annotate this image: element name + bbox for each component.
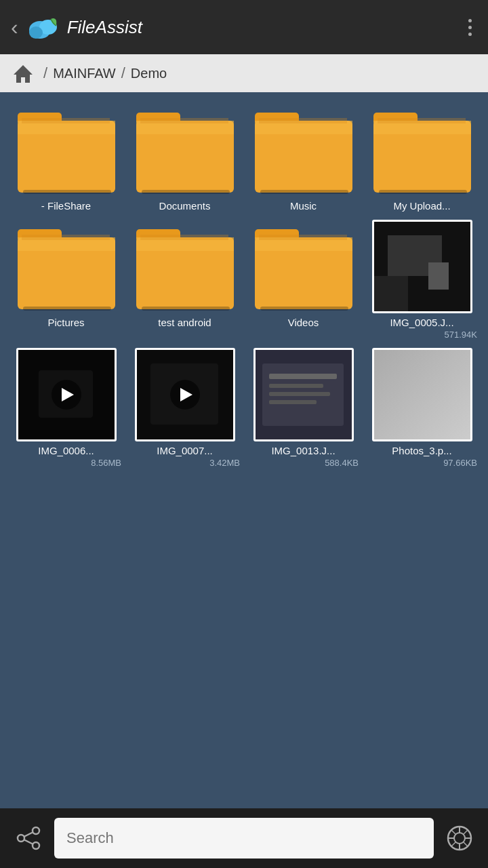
app-name: FileAssist — [67, 17, 142, 38]
logo-area: FileAssist — [26, 9, 142, 45]
svg-rect-41 — [428, 262, 449, 290]
folder-icon — [253, 103, 354, 197]
item-size: 3.42MB — [129, 458, 240, 468]
grid-item-videos[interactable]: Videos — [248, 220, 359, 340]
topbar-left: ‹ FileAssist — [11, 9, 142, 45]
grid-item-music[interactable]: Music — [248, 103, 359, 212]
svg-line-58 — [24, 832, 33, 837]
breadcrumb-demo[interactable]: Demo — [131, 66, 167, 81]
grid-item-img0005[interactable]: IMG_0005.J... 571.94K — [367, 220, 477, 340]
svg-rect-52 — [269, 400, 317, 404]
item-size: 97.66KB — [367, 458, 477, 468]
svg-rect-32 — [142, 307, 230, 311]
grid-item-test-android[interactable]: test android — [129, 220, 240, 340]
svg-rect-18 — [259, 118, 347, 123]
play-circle — [52, 380, 81, 410]
item-label: IMG_0007... — [157, 445, 213, 456]
camera-icon — [446, 825, 473, 852]
video-thumb — [16, 348, 117, 441]
logo-icon — [26, 9, 62, 45]
item-size: 588.4KB — [248, 458, 359, 468]
grid-item-img0013[interactable]: IMG_0013.J... 588.4KB — [248, 348, 359, 468]
item-label: test android — [158, 317, 211, 328]
item-label: Pictures — [47, 317, 84, 328]
breadcrumb: / MAINFAW / Demo — [0, 54, 488, 92]
svg-rect-13 — [140, 118, 228, 123]
grid-item-img0006[interactable]: IMG_0006... 8.56MB — [11, 348, 121, 468]
svg-rect-42 — [374, 276, 408, 311]
svg-point-56 — [18, 835, 24, 842]
svg-line-59 — [24, 840, 33, 844]
home-icon — [12, 62, 34, 84]
svg-point-61 — [454, 833, 465, 844]
grid-item-img0007[interactable]: IMG_0007... 3.42MB — [129, 348, 240, 468]
play-overlay — [18, 350, 115, 439]
share-icon — [16, 825, 41, 851]
image-thumb — [372, 348, 472, 441]
svg-rect-22 — [379, 190, 467, 194]
item-label: My Upload... — [393, 200, 450, 212]
folder-icon — [253, 220, 354, 313]
svg-line-67 — [464, 842, 468, 847]
grid-item-documents[interactable]: Documents — [129, 103, 240, 212]
svg-rect-49 — [269, 374, 337, 379]
play-circle — [170, 380, 200, 410]
svg-rect-7 — [23, 190, 111, 194]
image-thumb — [253, 348, 354, 441]
search-input[interactable] — [66, 829, 422, 847]
file-grid: - FileShare Documents — [11, 103, 477, 468]
item-label: Photos_3.p... — [392, 445, 451, 456]
item-label: Videos — [288, 317, 319, 328]
back-button[interactable]: ‹ — [11, 15, 18, 40]
home-button[interactable] — [8, 58, 38, 88]
folder-icon — [372, 103, 472, 197]
item-size: 571.94K — [367, 330, 477, 340]
image-thumb — [372, 220, 472, 313]
breadcrumb-separator-2: / — [121, 64, 125, 82]
bottombar — [0, 808, 488, 868]
grid-item-photos3[interactable]: Photos_3.p... 97.66KB — [367, 348, 477, 468]
camera-button[interactable] — [442, 821, 477, 856]
breadcrumb-mainfaw[interactable]: MAINFAW — [53, 66, 116, 81]
folder-icon — [16, 103, 117, 197]
share-button[interactable] — [11, 821, 46, 856]
svg-rect-28 — [22, 235, 110, 240]
svg-rect-38 — [259, 235, 347, 240]
file-grid-container: - FileShare Documents — [0, 92, 488, 808]
item-label: IMG_0013.J... — [271, 445, 335, 456]
play-triangle-icon — [62, 388, 74, 401]
breadcrumb-separator-1: / — [43, 64, 47, 82]
svg-line-69 — [451, 842, 456, 847]
item-size: 8.56MB — [11, 458, 121, 468]
svg-rect-54 — [374, 350, 470, 439]
svg-rect-27 — [23, 307, 111, 311]
folder-icon — [135, 220, 235, 313]
grid-item-myupload[interactable]: My Upload... — [367, 103, 477, 212]
video-thumb — [135, 348, 235, 441]
svg-rect-23 — [378, 118, 466, 123]
svg-point-2 — [29, 26, 43, 39]
svg-line-66 — [451, 830, 456, 835]
item-label: IMG_0005.J... — [390, 317, 453, 328]
item-label: IMG_0006... — [38, 445, 94, 456]
play-overlay — [137, 350, 233, 439]
search-input-wrap[interactable] — [54, 818, 434, 859]
item-label: - FileShare — [41, 200, 91, 212]
folder-icon — [135, 103, 235, 197]
svg-rect-12 — [142, 190, 230, 194]
svg-point-55 — [33, 827, 39, 834]
svg-line-68 — [464, 830, 468, 835]
item-label: Music — [290, 200, 317, 212]
svg-rect-51 — [269, 392, 330, 396]
svg-rect-50 — [269, 384, 323, 388]
svg-rect-17 — [260, 190, 348, 194]
play-triangle-icon — [180, 388, 192, 401]
svg-rect-33 — [140, 235, 228, 240]
item-label: Documents — [159, 200, 211, 212]
svg-marker-3 — [14, 65, 33, 83]
overflow-menu-button[interactable] — [463, 14, 477, 41]
svg-rect-8 — [22, 118, 110, 123]
grid-item-fileshare[interactable]: - FileShare — [11, 103, 121, 212]
grid-item-pictures[interactable]: Pictures — [11, 220, 121, 340]
topbar: ‹ FileAssist — [0, 0, 488, 54]
